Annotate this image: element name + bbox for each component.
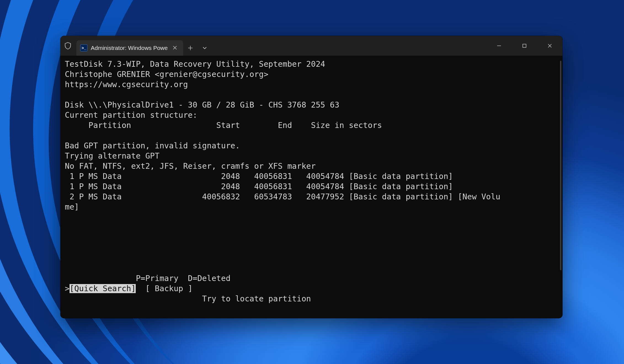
tab-title: Administrator: Windows Powe xyxy=(91,45,168,51)
svg-rect-0 xyxy=(523,44,526,47)
terminal-output: TestDisk 7.3-WIP, Data Recovery Utility,… xyxy=(65,59,558,304)
new-tab-button[interactable] xyxy=(183,40,198,56)
close-button[interactable] xyxy=(537,36,562,56)
scrollbar-thumb[interactable] xyxy=(560,61,561,270)
titlebar[interactable]: >_ Administrator: Windows Powe xyxy=(60,36,562,56)
tab-close-button[interactable] xyxy=(171,44,179,52)
admin-shield-icon xyxy=(60,36,75,56)
minimize-button[interactable] xyxy=(486,36,512,56)
powershell-icon: >_ xyxy=(80,44,87,52)
tab-dropdown-button[interactable] xyxy=(198,40,212,56)
terminal-viewport[interactable]: TestDisk 7.3-WIP, Data Recovery Utility,… xyxy=(60,56,562,318)
terminal-window: >_ Administrator: Windows Powe T xyxy=(60,36,562,318)
maximize-button[interactable] xyxy=(512,36,537,56)
tab-powershell-admin[interactable]: >_ Administrator: Windows Powe xyxy=(76,40,183,56)
